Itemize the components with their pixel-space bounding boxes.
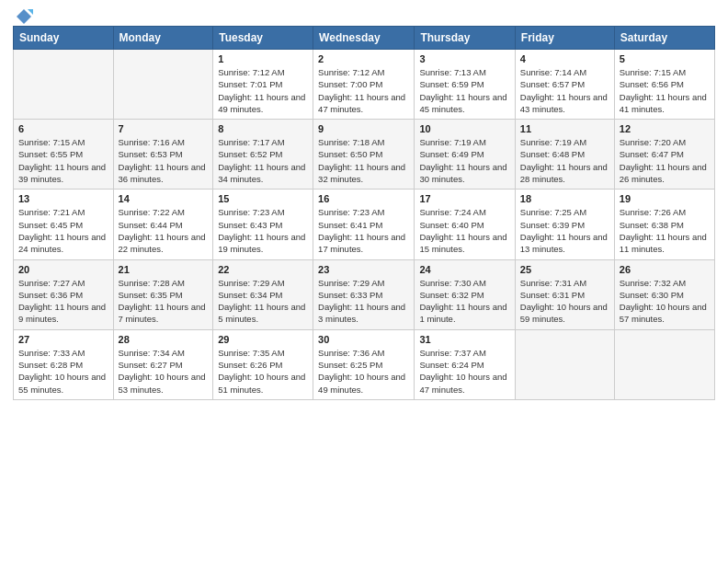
- day-info: Sunrise: 7:37 AM Sunset: 6:24 PM Dayligh…: [419, 347, 509, 396]
- calendar-cell: 31Sunrise: 7:37 AM Sunset: 6:24 PM Dayli…: [415, 329, 515, 399]
- day-info: Sunrise: 7:16 AM Sunset: 6:53 PM Dayligh…: [119, 136, 209, 185]
- day-number: 15: [218, 193, 308, 204]
- day-info: Sunrise: 7:34 AM Sunset: 6:27 PM Dayligh…: [119, 347, 209, 396]
- day-info: Sunrise: 7:13 AM Sunset: 6:59 PM Dayligh…: [419, 66, 509, 115]
- day-number: 16: [318, 193, 409, 204]
- day-info: Sunrise: 7:12 AM Sunset: 7:01 PM Dayligh…: [218, 66, 308, 115]
- calendar-week-2: 6Sunrise: 7:15 AM Sunset: 6:55 PM Daylig…: [14, 120, 715, 190]
- header: [13, 9, 715, 22]
- weekday-header-saturday: Saturday: [614, 27, 714, 50]
- calendar-table: SundayMondayTuesdayWednesdayThursdayFrid…: [13, 26, 715, 400]
- day-number: 24: [419, 264, 509, 275]
- day-number: 11: [520, 123, 609, 134]
- calendar-cell: 9Sunrise: 7:18 AM Sunset: 6:50 PM Daylig…: [313, 120, 415, 190]
- calendar-cell: 26Sunrise: 7:32 AM Sunset: 6:30 PM Dayli…: [614, 259, 714, 329]
- calendar-cell: 23Sunrise: 7:29 AM Sunset: 6:33 PM Dayli…: [313, 259, 415, 329]
- calendar-week-4: 20Sunrise: 7:27 AM Sunset: 6:36 PM Dayli…: [14, 259, 715, 329]
- day-info: Sunrise: 7:18 AM Sunset: 6:50 PM Dayligh…: [318, 136, 409, 185]
- day-number: 2: [318, 53, 409, 64]
- day-number: 14: [119, 193, 209, 204]
- day-info: Sunrise: 7:20 AM Sunset: 6:47 PM Dayligh…: [620, 136, 710, 185]
- day-info: Sunrise: 7:23 AM Sunset: 6:43 PM Dayligh…: [218, 206, 308, 255]
- day-info: Sunrise: 7:21 AM Sunset: 6:45 PM Dayligh…: [18, 206, 108, 255]
- calendar-cell: 13Sunrise: 7:21 AM Sunset: 6:45 PM Dayli…: [14, 190, 114, 259]
- day-number: 5: [620, 53, 710, 64]
- calendar-week-3: 13Sunrise: 7:21 AM Sunset: 6:45 PM Dayli…: [14, 190, 715, 259]
- calendar-cell: 7Sunrise: 7:16 AM Sunset: 6:53 PM Daylig…: [113, 120, 213, 190]
- weekday-header-monday: Monday: [113, 27, 213, 50]
- weekday-header-row: SundayMondayTuesdayWednesdayThursdayFrid…: [14, 27, 715, 50]
- day-number: 8: [218, 123, 308, 134]
- calendar-body: 1Sunrise: 7:12 AM Sunset: 7:01 PM Daylig…: [14, 50, 715, 400]
- day-number: 6: [18, 123, 108, 134]
- day-number: 13: [18, 193, 108, 204]
- calendar-cell: 2Sunrise: 7:12 AM Sunset: 7:00 PM Daylig…: [313, 50, 415, 120]
- day-number: 20: [18, 264, 108, 275]
- day-number: 10: [419, 123, 509, 134]
- day-number: 29: [218, 334, 308, 345]
- day-info: Sunrise: 7:19 AM Sunset: 6:49 PM Dayligh…: [419, 136, 509, 185]
- day-number: 9: [318, 123, 409, 134]
- calendar-cell: 16Sunrise: 7:23 AM Sunset: 6:41 PM Dayli…: [313, 190, 415, 259]
- calendar-cell: 4Sunrise: 7:14 AM Sunset: 6:57 PM Daylig…: [515, 50, 614, 120]
- calendar-week-1: 1Sunrise: 7:12 AM Sunset: 7:01 PM Daylig…: [14, 50, 715, 120]
- calendar-cell: 8Sunrise: 7:17 AM Sunset: 6:52 PM Daylig…: [213, 120, 313, 190]
- day-info: Sunrise: 7:28 AM Sunset: 6:35 PM Dayligh…: [119, 277, 209, 326]
- calendar-cell: 14Sunrise: 7:22 AM Sunset: 6:44 PM Dayli…: [113, 190, 213, 259]
- day-number: 28: [119, 334, 209, 345]
- day-info: Sunrise: 7:26 AM Sunset: 6:38 PM Dayligh…: [620, 206, 710, 255]
- day-number: 1: [218, 53, 308, 64]
- day-info: Sunrise: 7:19 AM Sunset: 6:48 PM Dayligh…: [520, 136, 609, 185]
- day-info: Sunrise: 7:36 AM Sunset: 6:25 PM Dayligh…: [318, 347, 409, 396]
- day-number: 18: [520, 193, 609, 204]
- weekday-header-thursday: Thursday: [415, 27, 515, 50]
- weekday-header-sunday: Sunday: [14, 27, 114, 50]
- day-number: 23: [318, 264, 409, 275]
- day-info: Sunrise: 7:35 AM Sunset: 6:26 PM Dayligh…: [218, 347, 308, 396]
- day-info: Sunrise: 7:30 AM Sunset: 6:32 PM Dayligh…: [419, 277, 509, 326]
- calendar-cell: 12Sunrise: 7:20 AM Sunset: 6:47 PM Dayli…: [614, 120, 714, 190]
- calendar-cell: 27Sunrise: 7:33 AM Sunset: 6:28 PM Dayli…: [14, 329, 114, 399]
- day-info: Sunrise: 7:17 AM Sunset: 6:52 PM Dayligh…: [218, 136, 308, 185]
- day-info: Sunrise: 7:22 AM Sunset: 6:44 PM Dayligh…: [119, 206, 209, 255]
- calendar-cell: 20Sunrise: 7:27 AM Sunset: 6:36 PM Dayli…: [14, 259, 114, 329]
- calendar-cell: 3Sunrise: 7:13 AM Sunset: 6:59 PM Daylig…: [415, 50, 515, 120]
- day-info: Sunrise: 7:12 AM Sunset: 7:00 PM Dayligh…: [318, 66, 409, 115]
- day-info: Sunrise: 7:29 AM Sunset: 6:34 PM Dayligh…: [218, 277, 308, 326]
- calendar-cell: 17Sunrise: 7:24 AM Sunset: 6:40 PM Dayli…: [415, 190, 515, 259]
- day-number: 26: [620, 264, 710, 275]
- calendar-week-5: 27Sunrise: 7:33 AM Sunset: 6:28 PM Dayli…: [14, 329, 715, 399]
- day-number: 12: [620, 123, 710, 134]
- weekday-header-tuesday: Tuesday: [213, 27, 313, 50]
- calendar-cell: [614, 329, 714, 399]
- day-info: Sunrise: 7:15 AM Sunset: 6:55 PM Dayligh…: [18, 136, 108, 185]
- day-number: 21: [119, 264, 209, 275]
- day-number: 31: [419, 334, 509, 345]
- day-number: 19: [620, 193, 710, 204]
- calendar-cell: 10Sunrise: 7:19 AM Sunset: 6:49 PM Dayli…: [415, 120, 515, 190]
- day-number: 17: [419, 193, 509, 204]
- calendar-cell: [113, 50, 213, 120]
- calendar-cell: 18Sunrise: 7:25 AM Sunset: 6:39 PM Dayli…: [515, 190, 614, 259]
- day-number: 3: [419, 53, 509, 64]
- day-info: Sunrise: 7:24 AM Sunset: 6:40 PM Dayligh…: [419, 206, 509, 255]
- day-info: Sunrise: 7:31 AM Sunset: 6:31 PM Dayligh…: [520, 277, 609, 326]
- day-info: Sunrise: 7:29 AM Sunset: 6:33 PM Dayligh…: [318, 277, 409, 326]
- weekday-header-wednesday: Wednesday: [313, 27, 415, 50]
- calendar-cell: 21Sunrise: 7:28 AM Sunset: 6:35 PM Dayli…: [113, 259, 213, 329]
- day-info: Sunrise: 7:32 AM Sunset: 6:30 PM Dayligh…: [620, 277, 710, 326]
- page-container: SundayMondayTuesdayWednesdayThursdayFrid…: [0, 0, 728, 406]
- calendar-cell: 24Sunrise: 7:30 AM Sunset: 6:32 PM Dayli…: [415, 259, 515, 329]
- day-number: 30: [318, 334, 409, 345]
- calendar-cell: 15Sunrise: 7:23 AM Sunset: 6:43 PM Dayli…: [213, 190, 313, 259]
- calendar-cell: 6Sunrise: 7:15 AM Sunset: 6:55 PM Daylig…: [14, 120, 114, 190]
- weekday-header-friday: Friday: [515, 27, 614, 50]
- calendar-cell: 29Sunrise: 7:35 AM Sunset: 6:26 PM Dayli…: [213, 329, 313, 399]
- day-number: 27: [18, 334, 108, 345]
- day-number: 7: [119, 123, 209, 134]
- calendar-cell: [14, 50, 114, 120]
- day-info: Sunrise: 7:27 AM Sunset: 6:36 PM Dayligh…: [18, 277, 108, 326]
- logo: [13, 9, 33, 22]
- calendar-cell: 22Sunrise: 7:29 AM Sunset: 6:34 PM Dayli…: [213, 259, 313, 329]
- logo-icon: [15, 7, 33, 26]
